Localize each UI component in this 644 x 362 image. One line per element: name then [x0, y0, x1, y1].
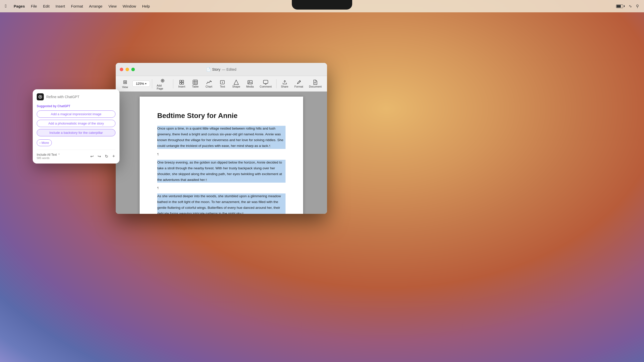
- text-icon: T: [220, 79, 225, 85]
- toolbar-format[interactable]: Format: [292, 78, 306, 89]
- toolbar-chart[interactable]: Chart: [203, 78, 215, 89]
- apple-logo-icon[interactable]: : [5, 4, 7, 9]
- svg-point-9: [211, 81, 212, 82]
- window-controls: [120, 68, 135, 71]
- chart-icon: [206, 79, 212, 85]
- svg-rect-3: [182, 83, 184, 84]
- document-icon: 📄: [206, 67, 211, 71]
- suggestion-3[interactable]: Include a backstory for the caterpillar: [37, 129, 115, 136]
- menubar-pages[interactable]: Pages: [14, 4, 25, 8]
- table-icon: [192, 79, 198, 85]
- document-body[interactable]: Once upon a time, in a quaint little vil…: [157, 126, 286, 214]
- toolbar-add-page[interactable]: ⊕ Add Page: [154, 76, 171, 91]
- menubar-edit[interactable]: Edit: [43, 4, 50, 8]
- format-icon: [296, 79, 302, 85]
- include-all-text[interactable]: Include All Text ⌃: [37, 153, 60, 156]
- add-page-icon: ⊕: [160, 77, 165, 84]
- menubar-format[interactable]: Format: [71, 4, 83, 8]
- svg-rect-1: [182, 80, 184, 82]
- menubar-file[interactable]: File: [31, 4, 37, 8]
- battery-icon: [616, 5, 625, 8]
- document-name: Story: [212, 67, 220, 71]
- window-title: 📄 Story — Edited: [206, 67, 236, 71]
- svg-rect-0: [180, 80, 181, 82]
- wifi-icon: ∿: [629, 4, 632, 9]
- maximize-button[interactable]: [131, 68, 135, 71]
- pages-window: 📄 Story — Edited ⊞ View 125% ▾ ⊕ Add Pag…: [116, 63, 327, 214]
- document-area[interactable]: Bedtime Story for Annie Once upon a time…: [116, 92, 327, 214]
- suggested-label: Suggested by ChatGPT: [37, 104, 115, 108]
- svg-point-20: [40, 96, 41, 98]
- shape-icon: [233, 79, 239, 85]
- menubar-insert[interactable]: Insert: [56, 4, 65, 8]
- toolbar-comment[interactable]: Comment: [257, 78, 274, 89]
- toolbar-table[interactable]: Table: [189, 78, 202, 89]
- svg-rect-2: [180, 83, 181, 84]
- more-label: More: [42, 141, 49, 145]
- svg-text:T: T: [222, 81, 223, 84]
- redo-button[interactable]: ↪: [97, 153, 101, 159]
- menubar-right: ∿ ⚲: [616, 4, 639, 9]
- toolbar-divider-2: [173, 79, 173, 88]
- document-status: — Edited: [222, 67, 236, 71]
- toolbar-media[interactable]: Media: [244, 78, 256, 89]
- refresh-button[interactable]: ↻: [104, 153, 109, 159]
- menubar-help[interactable]: Help: [142, 4, 150, 8]
- zoom-chevron-icon: ▾: [145, 82, 146, 85]
- camera-notch: [292, 0, 352, 10]
- toolbar-insert[interactable]: Insert: [175, 78, 188, 89]
- more-button[interactable]: › More: [37, 139, 52, 146]
- suggestion-1[interactable]: Add a magical impressionist image: [37, 110, 115, 118]
- zoom-control[interactable]: 125% ▾: [132, 81, 150, 87]
- spotlight-search-icon[interactable]: ⚲: [636, 4, 639, 9]
- share-icon: [282, 79, 288, 85]
- dropdown-chevron-icon: ⌃: [58, 153, 60, 156]
- chevron-down-icon: ›: [39, 141, 41, 145]
- toolbar-add-page-label: Add Page: [157, 84, 169, 90]
- include-text-area: Include All Text ⌃ 585 words: [37, 153, 60, 159]
- toolbar-share[interactable]: Share: [278, 78, 291, 89]
- chatgpt-logo-icon: [38, 95, 43, 99]
- menubar-view[interactable]: View: [108, 4, 116, 8]
- toolbar-text[interactable]: T Text: [216, 78, 229, 89]
- minimize-button[interactable]: [126, 68, 129, 71]
- toolbar-shape[interactable]: Shape: [230, 78, 243, 89]
- panel-footer: Include All Text ⌃ 585 words ↩ ↪ ↻ +: [37, 150, 115, 159]
- toolbar-table-label: Table: [192, 85, 198, 88]
- suggestions-list: Add a magical impressionist image Add a …: [37, 110, 115, 138]
- chatgpt-search-input[interactable]: [46, 95, 115, 99]
- document-title: Bedtime Story for Annie: [157, 112, 286, 120]
- insert-icon: [179, 79, 184, 85]
- svg-point-14: [249, 81, 250, 82]
- pilcrow-2: ¶: [157, 185, 286, 191]
- undo-button[interactable]: ↩: [90, 153, 94, 159]
- document-page: Bedtime Story for Annie Once upon a time…: [140, 97, 303, 214]
- zoom-level: 125%: [136, 82, 144, 86]
- paragraph-1: Once upon a time, in a quaint little vil…: [157, 126, 286, 149]
- toolbar-text-label: Text: [220, 85, 225, 88]
- word-count: 585 words: [37, 156, 60, 159]
- toolbar-document[interactable]: Document: [307, 78, 324, 89]
- toolbar-share-label: Share: [281, 85, 288, 88]
- pilcrow-1: ¶: [157, 151, 286, 157]
- menubar-left:  Pages File Edit Insert Format Arrange …: [5, 4, 150, 9]
- svg-rect-4: [193, 80, 197, 85]
- menubar-arrange[interactable]: Arrange: [89, 4, 102, 8]
- toolbar-view[interactable]: ⊞ View: [119, 78, 131, 90]
- paragraph-3: As she ventured deeper into the woods, s…: [157, 193, 286, 214]
- add-button[interactable]: +: [112, 153, 115, 159]
- view-icon: ⊞: [123, 79, 127, 85]
- toolbar: ⊞ View 125% ▾ ⊕ Add Page Insert: [116, 76, 327, 92]
- close-button[interactable]: [120, 68, 123, 71]
- chatgpt-panel: Suggested by ChatGPT Add a magical impre…: [33, 89, 119, 164]
- toolbar-format-label: Format: [294, 85, 303, 88]
- menubar-window[interactable]: Window: [123, 4, 136, 8]
- suggestion-2[interactable]: Add a photorealistic image of the story: [37, 120, 115, 127]
- toolbar-shape-label: Shape: [232, 85, 240, 88]
- toolbar-chart-label: Chart: [206, 85, 212, 88]
- paragraph-2: One breezy evening, as the golden sun di…: [157, 160, 286, 183]
- toolbar-document-label: Document: [309, 85, 321, 88]
- footer-actions: ↩ ↪ ↻ +: [90, 153, 115, 159]
- toolbar-divider-1: [152, 79, 152, 88]
- window-titlebar: 📄 Story — Edited: [116, 63, 327, 76]
